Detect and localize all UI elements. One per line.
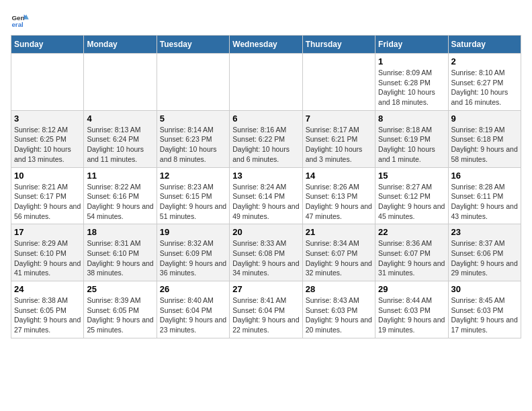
day-number: 6: [232, 113, 299, 124]
calendar-cell: [11, 54, 84, 111]
day-number: 10: [14, 171, 81, 181]
day-number: 11: [87, 171, 153, 181]
day-info: Sunrise: 8:10 AMSunset: 6:27 PMDaylight:…: [451, 68, 518, 107]
day-number: 2: [451, 56, 518, 66]
day-number: 9: [451, 113, 518, 124]
calendar-cell: 3Sunrise: 8:12 AMSunset: 6:25 PMDaylight…: [11, 110, 84, 167]
day-info: Sunrise: 8:43 AMSunset: 6:03 PMDaylight:…: [306, 295, 372, 335]
calendar-cell: 27Sunrise: 8:41 AMSunset: 6:04 PMDayligh…: [230, 281, 302, 338]
calendar-cell: 28Sunrise: 8:43 AMSunset: 6:03 PMDayligh…: [302, 281, 375, 338]
day-number: 29: [378, 284, 445, 294]
calendar-cell: 17Sunrise: 8:29 AMSunset: 6:10 PMDayligh…: [11, 224, 84, 281]
calendar-cell: 26Sunrise: 8:40 AMSunset: 6:04 PMDayligh…: [157, 281, 229, 338]
calendar-week-1: 1Sunrise: 8:09 AMSunset: 6:28 PMDaylight…: [11, 54, 521, 111]
day-info: Sunrise: 8:36 AMSunset: 6:07 PMDaylight:…: [378, 238, 445, 278]
day-number: 26: [160, 284, 226, 294]
calendar-header-sunday: Sunday: [11, 36, 84, 54]
page-header: Gen eral: [11, 11, 521, 30]
calendar-cell: 8Sunrise: 8:18 AMSunset: 6:19 PMDaylight…: [375, 110, 448, 167]
day-info: Sunrise: 8:09 AMSunset: 6:28 PMDaylight:…: [378, 68, 445, 107]
calendar-cell: 12Sunrise: 8:23 AMSunset: 6:15 PMDayligh…: [157, 167, 229, 224]
calendar-cell: 25Sunrise: 8:39 AMSunset: 6:05 PMDayligh…: [84, 281, 157, 338]
calendar-cell: [84, 54, 157, 111]
calendar-cell: 5Sunrise: 8:14 AMSunset: 6:23 PMDaylight…: [157, 110, 229, 167]
day-info: Sunrise: 8:18 AMSunset: 6:19 PMDaylight:…: [378, 125, 445, 165]
day-number: 1: [378, 56, 445, 66]
day-number: 25: [87, 284, 153, 294]
day-info: Sunrise: 8:19 AMSunset: 6:18 PMDaylight:…: [451, 125, 518, 165]
day-number: 23: [451, 227, 518, 237]
day-number: 22: [378, 227, 445, 237]
day-number: 27: [232, 284, 299, 294]
day-number: 14: [306, 171, 372, 181]
calendar-week-2: 3Sunrise: 8:12 AMSunset: 6:25 PMDaylight…: [11, 110, 521, 167]
day-info: Sunrise: 8:39 AMSunset: 6:05 PMDaylight:…: [87, 295, 153, 335]
day-info: Sunrise: 8:27 AMSunset: 6:12 PMDaylight:…: [378, 182, 445, 222]
calendar-header-friday: Friday: [375, 36, 448, 54]
day-info: Sunrise: 8:34 AMSunset: 6:07 PMDaylight:…: [306, 238, 372, 278]
calendar-cell: 1Sunrise: 8:09 AMSunset: 6:28 PMDaylight…: [375, 54, 448, 111]
day-info: Sunrise: 8:22 AMSunset: 6:16 PMDaylight:…: [87, 182, 153, 222]
calendar-cell: 14Sunrise: 8:26 AMSunset: 6:13 PMDayligh…: [302, 167, 375, 224]
calendar-cell: [230, 54, 302, 111]
calendar-week-3: 10Sunrise: 8:21 AMSunset: 6:17 PMDayligh…: [11, 167, 521, 224]
day-number: 8: [378, 113, 445, 124]
day-number: 17: [14, 227, 81, 237]
day-number: 16: [451, 171, 518, 181]
day-info: Sunrise: 8:29 AMSunset: 6:10 PMDaylight:…: [14, 238, 81, 278]
calendar-cell: 29Sunrise: 8:44 AMSunset: 6:03 PMDayligh…: [375, 281, 448, 338]
calendar-week-4: 17Sunrise: 8:29 AMSunset: 6:10 PMDayligh…: [11, 224, 521, 281]
calendar-cell: 20Sunrise: 8:33 AMSunset: 6:08 PMDayligh…: [230, 224, 302, 281]
calendar-cell: 10Sunrise: 8:21 AMSunset: 6:17 PMDayligh…: [11, 167, 84, 224]
day-info: Sunrise: 8:13 AMSunset: 6:24 PMDaylight:…: [87, 125, 153, 165]
logo-icon: Gen eral: [11, 11, 30, 30]
day-number: 21: [306, 227, 372, 237]
calendar-cell: 2Sunrise: 8:10 AMSunset: 6:27 PMDaylight…: [448, 54, 521, 111]
day-info: Sunrise: 8:32 AMSunset: 6:09 PMDaylight:…: [160, 238, 226, 278]
day-number: 4: [87, 113, 153, 124]
calendar-header-monday: Monday: [84, 36, 157, 54]
calendar-header-wednesday: Wednesday: [230, 36, 302, 54]
calendar-header-saturday: Saturday: [448, 36, 521, 54]
day-info: Sunrise: 8:40 AMSunset: 6:04 PMDaylight:…: [160, 295, 226, 335]
day-info: Sunrise: 8:16 AMSunset: 6:22 PMDaylight:…: [232, 125, 299, 165]
calendar-cell: 30Sunrise: 8:45 AMSunset: 6:03 PMDayligh…: [448, 281, 521, 338]
calendar-cell: 6Sunrise: 8:16 AMSunset: 6:22 PMDaylight…: [230, 110, 302, 167]
calendar-cell: 7Sunrise: 8:17 AMSunset: 6:21 PMDaylight…: [302, 110, 375, 167]
day-info: Sunrise: 8:24 AMSunset: 6:14 PMDaylight:…: [232, 182, 299, 222]
day-info: Sunrise: 8:28 AMSunset: 6:11 PMDaylight:…: [451, 182, 518, 222]
logo: Gen eral: [11, 11, 32, 30]
day-info: Sunrise: 8:21 AMSunset: 6:17 PMDaylight:…: [14, 182, 81, 222]
calendar-header-row: SundayMondayTuesdayWednesdayThursdayFrid…: [11, 36, 521, 54]
calendar-cell: [157, 54, 229, 111]
day-info: Sunrise: 8:33 AMSunset: 6:08 PMDaylight:…: [232, 238, 299, 278]
day-number: 20: [232, 227, 299, 237]
calendar-cell: 15Sunrise: 8:27 AMSunset: 6:12 PMDayligh…: [375, 167, 448, 224]
calendar-cell: 24Sunrise: 8:38 AMSunset: 6:05 PMDayligh…: [11, 281, 84, 338]
calendar-cell: 9Sunrise: 8:19 AMSunset: 6:18 PMDaylight…: [448, 110, 521, 167]
day-info: Sunrise: 8:37 AMSunset: 6:06 PMDaylight:…: [451, 238, 518, 278]
day-number: 24: [14, 284, 81, 294]
svg-text:eral: eral: [11, 21, 24, 28]
day-info: Sunrise: 8:38 AMSunset: 6:05 PMDaylight:…: [14, 295, 81, 335]
day-number: 7: [306, 113, 372, 124]
calendar-cell: 11Sunrise: 8:22 AMSunset: 6:16 PMDayligh…: [84, 167, 157, 224]
calendar-cell: 18Sunrise: 8:31 AMSunset: 6:10 PMDayligh…: [84, 224, 157, 281]
calendar-cell: 23Sunrise: 8:37 AMSunset: 6:06 PMDayligh…: [448, 224, 521, 281]
day-number: 30: [451, 284, 518, 294]
calendar-cell: [302, 54, 375, 111]
day-info: Sunrise: 8:23 AMSunset: 6:15 PMDaylight:…: [160, 182, 226, 222]
day-number: 18: [87, 227, 153, 237]
day-info: Sunrise: 8:41 AMSunset: 6:04 PMDaylight:…: [232, 295, 299, 335]
day-info: Sunrise: 8:26 AMSunset: 6:13 PMDaylight:…: [306, 182, 372, 222]
day-number: 13: [232, 171, 299, 181]
calendar-cell: 13Sunrise: 8:24 AMSunset: 6:14 PMDayligh…: [230, 167, 302, 224]
calendar-cell: 4Sunrise: 8:13 AMSunset: 6:24 PMDaylight…: [84, 110, 157, 167]
calendar-cell: 22Sunrise: 8:36 AMSunset: 6:07 PMDayligh…: [375, 224, 448, 281]
day-info: Sunrise: 8:12 AMSunset: 6:25 PMDaylight:…: [14, 125, 81, 165]
calendar-cell: 16Sunrise: 8:28 AMSunset: 6:11 PMDayligh…: [448, 167, 521, 224]
calendar-table: SundayMondayTuesdayWednesdayThursdayFrid…: [11, 35, 521, 338]
day-number: 3: [14, 113, 81, 124]
calendar-week-5: 24Sunrise: 8:38 AMSunset: 6:05 PMDayligh…: [11, 281, 521, 338]
calendar-header-tuesday: Tuesday: [157, 36, 229, 54]
